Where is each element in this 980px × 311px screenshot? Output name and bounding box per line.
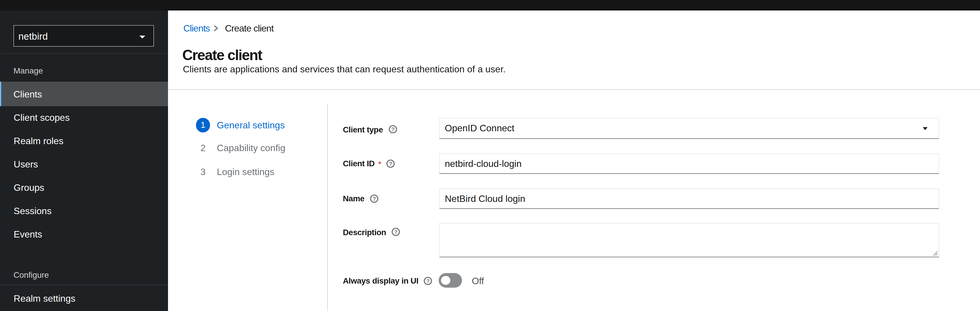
svg-text:?: ? — [389, 161, 392, 167]
svg-text:?: ? — [372, 195, 375, 202]
svg-text:?: ? — [391, 126, 394, 132]
svg-text:?: ? — [426, 278, 430, 284]
svg-text:?: ? — [394, 229, 397, 235]
